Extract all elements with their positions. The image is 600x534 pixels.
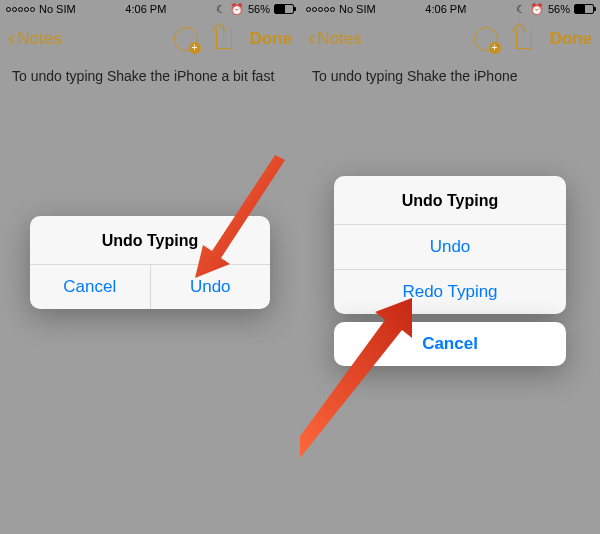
battery-icon — [574, 4, 594, 14]
status-bar: No SIM 4:06 PM ☾ ⏰ 56% — [0, 0, 300, 18]
undo-dialog: Undo Typing Cancel Undo — [30, 216, 270, 309]
cancel-button[interactable]: Cancel — [30, 265, 150, 309]
undo-action-sheet: Undo Typing Undo Redo Typing Cancel — [334, 176, 566, 366]
status-bar: No SIM 4:06 PM ☾ ⏰ 56% — [300, 0, 600, 18]
undo-button[interactable]: Undo — [334, 225, 566, 269]
clock: 4:06 PM — [125, 3, 166, 15]
dnd-icon: ☾ — [216, 3, 226, 16]
signal-dots-icon — [306, 7, 335, 12]
done-button[interactable]: Done — [250, 29, 293, 49]
done-button[interactable]: Done — [550, 29, 593, 49]
carrier-label: No SIM — [339, 3, 376, 15]
signal-dots-icon — [6, 7, 35, 12]
carrier-label: No SIM — [39, 3, 76, 15]
add-person-icon[interactable] — [474, 27, 498, 51]
note-content-right: To undo typing Shake the iPhone — [300, 64, 600, 88]
alarm-icon: ⏰ — [530, 3, 544, 16]
share-icon[interactable] — [216, 29, 232, 49]
dnd-icon: ☾ — [516, 3, 526, 16]
alarm-icon: ⏰ — [230, 3, 244, 16]
cancel-button[interactable]: Cancel — [334, 322, 566, 366]
back-button[interactable]: ‹ Notes — [8, 28, 62, 50]
back-label: Notes — [317, 29, 361, 49]
dialog-title: Undo Typing — [30, 216, 270, 265]
battery-pct: 56% — [548, 3, 570, 15]
undo-button[interactable]: Undo — [150, 265, 271, 309]
chevron-left-icon: ‹ — [8, 28, 15, 50]
phone-right: To undo typing Shake the iPhone No SIM 4… — [300, 0, 600, 534]
back-label: Notes — [17, 29, 61, 49]
clock: 4:06 PM — [425, 3, 466, 15]
chevron-left-icon: ‹ — [308, 28, 315, 50]
add-person-icon[interactable] — [174, 27, 198, 51]
nav-bar: ‹ Notes Done — [0, 18, 300, 60]
redo-typing-button[interactable]: Redo Typing — [334, 269, 566, 314]
dialog-title: Undo Typing — [334, 176, 566, 225]
share-icon[interactable] — [516, 29, 532, 49]
back-button[interactable]: ‹ Notes — [308, 28, 362, 50]
battery-icon — [274, 4, 294, 14]
battery-pct: 56% — [248, 3, 270, 15]
note-content-left: To undo typing Shake the iPhone a bit fa… — [0, 64, 300, 88]
nav-bar: ‹ Notes Done — [300, 18, 600, 60]
phone-left: To undo typing Shake the iPhone a bit fa… — [0, 0, 300, 534]
